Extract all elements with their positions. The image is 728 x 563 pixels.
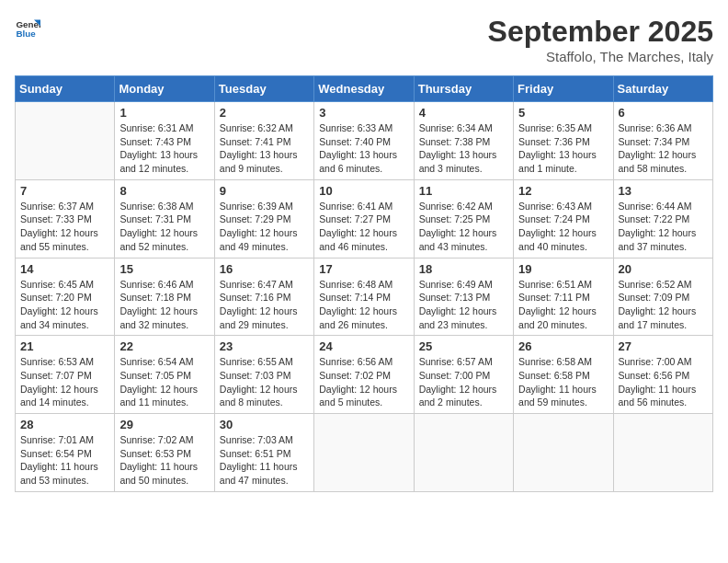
day-info: Sunrise: 6:54 AM Sunset: 7:05 PM Dayligh…: [119, 355, 209, 409]
day-info: Sunrise: 6:33 AM Sunset: 7:40 PM Dayligh…: [319, 121, 408, 176]
logo-icon: General Blue: [15, 15, 40, 40]
daylight-text: Daylight: 12 hours and 49 minutes.: [220, 226, 309, 253]
day-info: Sunrise: 6:55 AM Sunset: 7:03 PM Dayligh…: [220, 355, 309, 409]
day-number: 23: [220, 339, 309, 353]
day-number: 21: [20, 339, 109, 353]
table-row: [414, 414, 513, 492]
sunrise-text: Sunrise: 6:45 AM: [20, 278, 109, 292]
daylight-text: Daylight: 12 hours and 37 minutes.: [619, 226, 708, 253]
day-number: 29: [119, 418, 209, 431]
header-friday: Friday: [514, 76, 613, 102]
sunset-text: Sunset: 7:18 PM: [119, 291, 209, 304]
day-number: 25: [419, 339, 508, 353]
sunrise-text: Sunrise: 6:36 AM: [619, 121, 708, 135]
day-info: Sunrise: 6:58 AM Sunset: 6:58 PM Dayligh…: [518, 355, 608, 409]
day-number: 26: [518, 339, 608, 353]
sunrise-text: Sunrise: 6:44 AM: [619, 200, 708, 213]
day-number: 13: [619, 184, 708, 198]
day-number: 8: [119, 184, 209, 198]
day-info: Sunrise: 6:49 AM Sunset: 7:13 PM Dayligh…: [419, 278, 508, 332]
sunset-text: Sunset: 6:58 PM: [518, 369, 608, 383]
day-info: Sunrise: 6:31 AM Sunset: 7:43 PM Dayligh…: [119, 121, 209, 176]
daylight-text: Daylight: 11 hours and 50 minutes.: [119, 460, 209, 487]
day-info: Sunrise: 7:00 AM Sunset: 6:56 PM Dayligh…: [619, 355, 708, 409]
month-title: September 2025: [488, 15, 713, 49]
table-row: 6 Sunrise: 6:36 AM Sunset: 7:34 PM Dayli…: [613, 102, 712, 180]
sunrise-text: Sunrise: 7:00 AM: [619, 355, 708, 369]
day-number: 27: [619, 339, 708, 353]
sunrise-text: Sunrise: 6:32 AM: [220, 121, 309, 135]
daylight-text: Daylight: 13 hours and 12 minutes.: [119, 148, 209, 175]
sunrise-text: Sunrise: 6:56 AM: [319, 355, 408, 369]
daylight-text: Daylight: 12 hours and 29 minutes.: [220, 304, 309, 331]
table-row: 21 Sunrise: 6:53 AM Sunset: 7:07 PM Dayl…: [16, 336, 115, 414]
sunrise-text: Sunrise: 6:55 AM: [220, 355, 309, 369]
day-number: 2: [220, 106, 309, 120]
sunset-text: Sunset: 7:27 PM: [319, 213, 408, 226]
sunset-text: Sunset: 7:41 PM: [220, 135, 309, 149]
sunrise-text: Sunrise: 6:34 AM: [419, 121, 508, 135]
day-number: 16: [220, 262, 309, 276]
sunrise-text: Sunrise: 6:48 AM: [319, 278, 408, 292]
sunset-text: Sunset: 6:56 PM: [619, 369, 708, 383]
sunset-text: Sunset: 7:14 PM: [319, 291, 408, 304]
day-info: Sunrise: 6:38 AM Sunset: 7:31 PM Dayligh…: [119, 200, 209, 254]
day-number: 9: [220, 184, 309, 198]
table-row: 24 Sunrise: 6:56 AM Sunset: 7:02 PM Dayl…: [314, 336, 414, 414]
day-info: Sunrise: 6:37 AM Sunset: 7:33 PM Dayligh…: [20, 200, 109, 254]
daylight-text: Daylight: 13 hours and 6 minutes.: [319, 148, 408, 175]
header-tuesday: Tuesday: [214, 76, 313, 102]
sunrise-text: Sunrise: 6:38 AM: [119, 200, 209, 213]
sunrise-text: Sunrise: 6:31 AM: [119, 121, 209, 135]
svg-text:Blue: Blue: [16, 29, 36, 39]
day-info: Sunrise: 6:34 AM Sunset: 7:38 PM Dayligh…: [419, 121, 508, 176]
sunset-text: Sunset: 7:03 PM: [220, 369, 309, 383]
daylight-text: Daylight: 12 hours and 32 minutes.: [119, 304, 209, 331]
table-row: 11 Sunrise: 6:42 AM Sunset: 7:25 PM Dayl…: [414, 179, 513, 258]
day-number: 30: [220, 418, 309, 431]
day-info: Sunrise: 6:48 AM Sunset: 7:14 PM Dayligh…: [319, 278, 408, 332]
sunrise-text: Sunrise: 7:01 AM: [20, 433, 109, 447]
header: General Blue September 2025 Staffolo, Th…: [15, 15, 713, 64]
day-number: 14: [20, 262, 109, 276]
daylight-text: Daylight: 12 hours and 11 minutes.: [119, 383, 209, 409]
day-number: 10: [319, 184, 408, 198]
table-row: 4 Sunrise: 6:34 AM Sunset: 7:38 PM Dayli…: [414, 102, 513, 180]
table-row: 29 Sunrise: 7:02 AM Sunset: 6:53 PM Dayl…: [115, 414, 214, 492]
table-row: 30 Sunrise: 7:03 AM Sunset: 6:51 PM Dayl…: [214, 414, 313, 492]
sunrise-text: Sunrise: 6:35 AM: [518, 121, 608, 135]
day-info: Sunrise: 6:36 AM Sunset: 7:34 PM Dayligh…: [619, 121, 708, 176]
title-area: September 2025 Staffolo, The Marches, It…: [488, 15, 713, 64]
sunrise-text: Sunrise: 6:43 AM: [518, 200, 608, 213]
day-info: Sunrise: 6:41 AM Sunset: 7:27 PM Dayligh…: [319, 200, 408, 254]
sunrise-text: Sunrise: 6:57 AM: [419, 355, 508, 369]
daylight-text: Daylight: 11 hours and 56 minutes.: [619, 383, 708, 409]
sunset-text: Sunset: 7:31 PM: [119, 213, 209, 226]
day-info: Sunrise: 6:46 AM Sunset: 7:18 PM Dayligh…: [119, 278, 209, 332]
day-info: Sunrise: 6:32 AM Sunset: 7:41 PM Dayligh…: [220, 121, 309, 176]
day-info: Sunrise: 6:39 AM Sunset: 7:29 PM Dayligh…: [220, 200, 309, 254]
daylight-text: Daylight: 12 hours and 34 minutes.: [20, 304, 109, 331]
daylight-text: Daylight: 12 hours and 20 minutes.: [518, 304, 608, 331]
day-number: 20: [619, 262, 708, 276]
sunset-text: Sunset: 7:16 PM: [220, 291, 309, 304]
sunset-text: Sunset: 7:33 PM: [20, 213, 109, 226]
table-row: 23 Sunrise: 6:55 AM Sunset: 7:03 PM Dayl…: [214, 336, 313, 414]
calendar-week-row: 28 Sunrise: 7:01 AM Sunset: 6:54 PM Dayl…: [16, 414, 713, 492]
table-row: 16 Sunrise: 6:47 AM Sunset: 7:16 PM Dayl…: [214, 258, 313, 336]
daylight-text: Daylight: 12 hours and 14 minutes.: [20, 383, 109, 409]
sunset-text: Sunset: 7:11 PM: [518, 291, 608, 304]
sunrise-text: Sunrise: 7:02 AM: [119, 433, 209, 447]
day-number: 5: [518, 106, 608, 120]
daylight-text: Daylight: 12 hours and 40 minutes.: [518, 226, 608, 253]
sunset-text: Sunset: 7:24 PM: [518, 213, 608, 226]
daylight-text: Daylight: 12 hours and 2 minutes.: [419, 383, 508, 409]
table-row: 14 Sunrise: 6:45 AM Sunset: 7:20 PM Dayl…: [16, 258, 115, 336]
day-number: 22: [119, 339, 209, 353]
weekday-header-row: Sunday Monday Tuesday Wednesday Thursday…: [16, 76, 713, 102]
sunrise-text: Sunrise: 7:03 AM: [220, 433, 309, 447]
sunset-text: Sunset: 7:20 PM: [20, 291, 109, 304]
day-number: 7: [20, 184, 109, 198]
daylight-text: Daylight: 12 hours and 23 minutes.: [419, 304, 508, 331]
day-info: Sunrise: 6:56 AM Sunset: 7:02 PM Dayligh…: [319, 355, 408, 409]
